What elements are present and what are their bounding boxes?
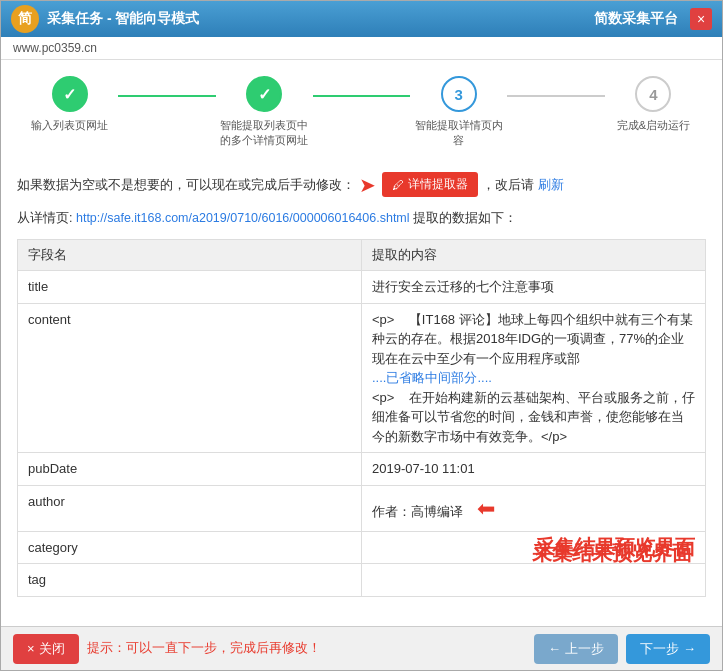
info-prefix: 如果数据为空或不是想要的，可以现在或完成后手动修改： — [17, 174, 355, 197]
detail-btn-icon: 🖊 — [392, 178, 404, 192]
refresh-link[interactable]: 刷新 — [538, 174, 564, 197]
bottom-bar: × 关闭 提示：可以一直下一步，完成后再修改！ ← 上一步 下一步 → — [1, 626, 722, 670]
next-icon: → — [683, 641, 696, 656]
step-1: 输入列表页网址 — [21, 76, 118, 133]
info-suffix-prefix: ，改后请 — [482, 174, 534, 197]
window-close-button[interactable]: × — [690, 8, 712, 30]
source-url-link[interactable]: http://safe.it168.com/a2019/0710/6016/00… — [76, 211, 410, 225]
step-1-circle — [52, 76, 88, 112]
main-content: 输入列表页网址 智能提取列表页中的多个详情页网址 3 智能提取详情页内容 — [1, 60, 722, 626]
arrow-to-author-icon: ⬅ — [477, 496, 495, 521]
step-3-num: 3 — [455, 86, 463, 103]
table-row: author 作者：高博编译 ⬅ — [18, 485, 706, 531]
bottom-left: × 关闭 提示：可以一直下一步，完成后再修改！ — [13, 634, 321, 664]
step-4: 4 完成&启动运行 — [605, 76, 702, 133]
field-pubdate: pubDate — [18, 453, 362, 486]
step-3-label: 智能提取详情页内容 — [414, 118, 504, 149]
field-category: category — [18, 531, 362, 564]
field-title: title — [18, 271, 362, 304]
next-button[interactable]: 下一步 → — [626, 634, 710, 664]
table-header-row: 字段名 提取的内容 — [18, 240, 706, 271]
info-line-1: 如果数据为空或不是想要的，可以现在或完成后手动修改： ➤ 🖊 详情提取器 ，改后… — [17, 167, 706, 203]
step-2-label: 智能提取列表页中的多个详情页网址 — [219, 118, 309, 149]
step-2-check — [258, 85, 271, 104]
prev-button[interactable]: ← 上一步 — [534, 634, 618, 664]
app-logo: 简 — [11, 5, 39, 33]
content-title: 进行安全云迁移的七个注意事项 — [362, 271, 706, 304]
steps-container: 输入列表页网址 智能提取列表页中的多个详情页网址 3 智能提取详情页内容 — [1, 60, 722, 157]
data-table: 字段名 提取的内容 title 进行安全云迁移的七个注意事项 content — [17, 239, 706, 597]
content-omit: ....已省略中间部分.... — [372, 368, 695, 388]
content-category: 采集结果预览界面 — [362, 531, 706, 564]
table-row: tag — [18, 564, 706, 597]
step-2: 智能提取列表页中的多个详情页网址 — [216, 76, 313, 149]
col-content: 提取的内容 — [362, 240, 706, 271]
author-value: 作者：高博编译 — [372, 504, 463, 519]
annotation-label: 采集结果预览界面 — [535, 532, 695, 544]
prev-label: 上一步 — [565, 640, 604, 658]
prev-icon: ← — [548, 641, 561, 656]
step-3: 3 智能提取详情页内容 — [410, 76, 507, 149]
steps-row: 输入列表页网址 智能提取列表页中的多个详情页网址 3 智能提取详情页内容 — [21, 76, 702, 149]
content-p2: <p> 在开始构建新的云基础架构、平台或服务之前，仔细准备可以节省您的时间，金钱… — [372, 388, 695, 447]
table-row: category 采集结果预览界面 — [18, 531, 706, 564]
field-tag: tag — [18, 564, 362, 597]
table-row: pubDate 2019-07-10 11:01 — [18, 453, 706, 486]
content-pubdate: 2019-07-10 11:01 — [362, 453, 706, 486]
connector-1 — [118, 95, 215, 97]
connector-2 — [313, 95, 410, 97]
window-title: 采集任务 - 智能向导模式 — [47, 10, 199, 28]
content-author: 作者：高博编译 ⬅ — [362, 485, 706, 531]
step-4-label: 完成&启动运行 — [617, 118, 690, 133]
title-bar-right: 简数采集平台 × — [594, 8, 712, 30]
info-section: 如果数据为空或不是想要的，可以现在或完成后手动修改： ➤ 🖊 详情提取器 ，改后… — [1, 157, 722, 240]
close-btn-icon: × — [27, 641, 35, 656]
detail-extractor-button[interactable]: 🖊 详情提取器 — [382, 172, 478, 197]
content-tag — [362, 564, 706, 597]
connector-3 — [507, 95, 604, 97]
table-wrapper: 字段名 提取的内容 title 进行安全云迁移的七个注意事项 content — [1, 239, 722, 607]
step-4-circle: 4 — [635, 76, 671, 112]
close-button[interactable]: × 关闭 — [13, 634, 79, 664]
step-2-circle — [246, 76, 282, 112]
step-3-circle: 3 — [441, 76, 477, 112]
step-1-label: 输入列表页网址 — [31, 118, 108, 133]
url-bar: www.pc0359.cn — [1, 37, 722, 60]
arrow-to-btn-icon: ➤ — [359, 167, 376, 203]
field-content: content — [18, 303, 362, 453]
table-row: title 进行安全云迁移的七个注意事项 — [18, 271, 706, 304]
title-bar: 简 采集任务 - 智能向导模式 简数采集平台 × — [1, 1, 722, 37]
step-1-check — [63, 85, 76, 104]
content-content: <p> 【IT168 评论】地球上每四个组织中就有三个有某种云的存在。根据201… — [362, 303, 706, 453]
content-p1: <p> 【IT168 评论】地球上每四个组织中就有三个有某种云的存在。根据201… — [372, 310, 695, 369]
close-btn-label: 关闭 — [39, 640, 65, 658]
col-field: 字段名 — [18, 240, 362, 271]
hint-text: 提示：可以一直下一步，完成后再修改！ — [87, 640, 321, 657]
detail-btn-label: 详情提取器 — [408, 176, 468, 193]
title-bar-left: 简 采集任务 - 智能向导模式 — [11, 5, 199, 33]
bottom-right: ← 上一步 下一步 → — [534, 634, 710, 664]
table-row: content <p> 【IT168 评论】地球上每四个组织中就有三个有某种云的… — [18, 303, 706, 453]
info-line-2: 从详情页: http://safe.it168.com/a2019/0710/6… — [17, 207, 706, 230]
data-below-label: 提取的数据如下： — [413, 211, 517, 225]
url-text: www.pc0359.cn — [13, 41, 97, 55]
next-label: 下一步 — [640, 640, 679, 658]
from-label: 从详情页: — [17, 211, 72, 225]
field-author: author — [18, 485, 362, 531]
step-4-num: 4 — [649, 86, 657, 103]
main-window: 简 采集任务 - 智能向导模式 简数采集平台 × www.pc0359.cn 输… — [0, 0, 723, 671]
brand-label: 简数采集平台 — [594, 10, 678, 28]
